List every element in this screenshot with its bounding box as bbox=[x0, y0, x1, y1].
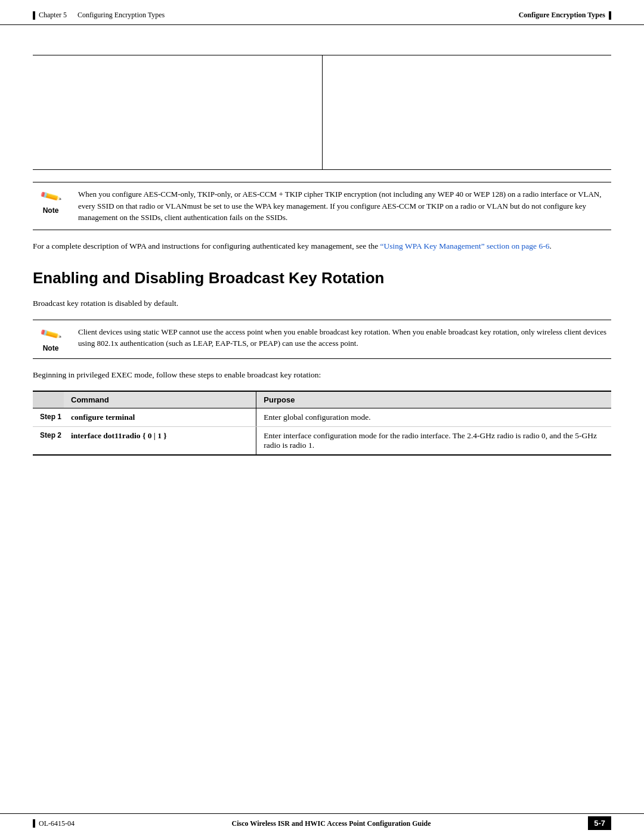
table-row bbox=[33, 55, 611, 75]
step2-command: interface dot11radio { 0 | 1 } bbox=[64, 427, 256, 456]
note-text-2: Client devices using static WEP cannot u… bbox=[78, 326, 611, 349]
step2-purpose: Enter interface configuration mode for t… bbox=[256, 427, 611, 456]
footer-left: OL-6415-04 bbox=[33, 819, 75, 828]
note-text-1: When you configure AES-CCM-only, TKIP-on… bbox=[78, 188, 611, 224]
page-footer: OL-6415-04 Cisco Wireless ISR and HWIC A… bbox=[0, 813, 644, 833]
note-label-1: Note bbox=[43, 206, 59, 215]
table-row bbox=[33, 94, 611, 113]
guide-title: Cisco Wireless ISR and HWIC Access Point… bbox=[232, 819, 431, 828]
header-bar-left bbox=[33, 11, 35, 20]
footer-right: 5-7 bbox=[588, 819, 611, 828]
table-row bbox=[33, 113, 611, 132]
note-icon-area-2: ✏️ Note bbox=[33, 326, 69, 352]
pencil-icon-2: ✏️ bbox=[39, 323, 63, 346]
table-row bbox=[33, 132, 611, 151]
header-right: Configure Encryption Types bbox=[519, 11, 611, 20]
th-purpose: Purpose bbox=[256, 391, 611, 408]
table-header-row: Command Purpose bbox=[33, 391, 611, 408]
table-row bbox=[33, 75, 611, 94]
footer-center: Cisco Wireless ISR and HWIC Access Point… bbox=[75, 819, 588, 828]
chapter-label: Chapter 5 bbox=[39, 11, 67, 20]
table-row bbox=[33, 151, 611, 170]
wpa-link[interactable]: “Using WPA Key Management” section on pa… bbox=[380, 241, 550, 250]
note-icon-area-1: ✏️ Note bbox=[33, 188, 69, 215]
page-header: Chapter 5 Configuring Encryption Types C… bbox=[0, 0, 644, 25]
main-content: ✏️ Note When you configure AES-CCM-only,… bbox=[0, 25, 644, 477]
note-box-1: ✏️ Note When you configure AES-CCM-only,… bbox=[33, 182, 611, 230]
broadcast-para: Broadcast key rotation is disabled by de… bbox=[33, 297, 611, 310]
step1-command: configure terminal bbox=[64, 408, 256, 427]
steps-intro: Beginning in privileged EXEC mode, follo… bbox=[33, 368, 611, 382]
step-num-1: Step 1 bbox=[33, 408, 64, 427]
step1-purpose: Enter global configuration mode. bbox=[256, 408, 611, 427]
step-num-2: Step 2 bbox=[33, 427, 64, 456]
th-command: Command bbox=[64, 391, 256, 408]
chapter-title: Configuring Encryption Types bbox=[78, 11, 165, 20]
header-bar-right bbox=[609, 11, 611, 20]
pencil-icon-1: ✏️ bbox=[39, 185, 63, 208]
note-label-2: Note bbox=[43, 344, 59, 352]
page-num: 5-7 bbox=[588, 816, 611, 830]
doc-num: OL-6415-04 bbox=[39, 819, 75, 828]
top-table bbox=[33, 55, 611, 170]
table-row-step2: Step 2 interface dot11radio { 0 | 1 } En… bbox=[33, 427, 611, 456]
footer-bar-left bbox=[33, 819, 35, 828]
note-box-2: ✏️ Note Client devices using static WEP … bbox=[33, 320, 611, 359]
section-heading: Enabling and Disabling Broadcast Key Rot… bbox=[33, 269, 611, 287]
header-left: Chapter 5 Configuring Encryption Types bbox=[33, 11, 165, 20]
table-row-step1: Step 1 configure terminal Enter global c… bbox=[33, 408, 611, 427]
para-1: For a complete description of WPA and in… bbox=[33, 240, 611, 253]
right-title: Configure Encryption Types bbox=[519, 11, 605, 20]
steps-table: Command Purpose Step 1 configure termina… bbox=[33, 391, 611, 456]
